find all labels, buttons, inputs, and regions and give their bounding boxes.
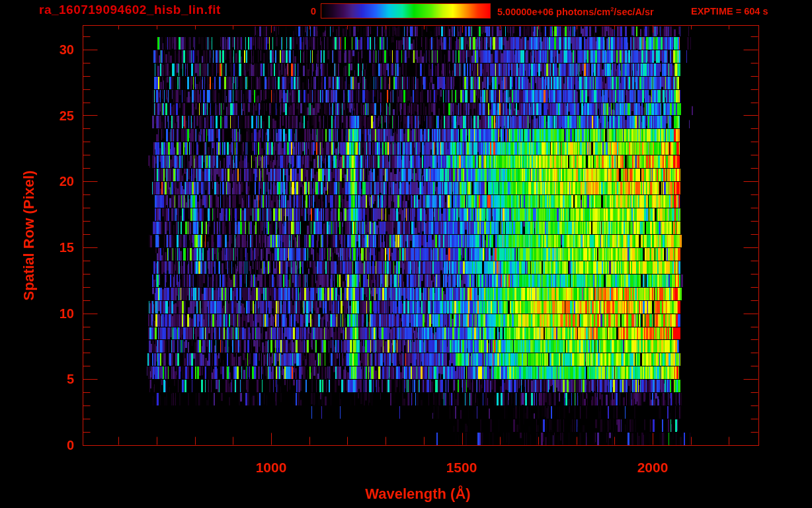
filename-title: ra_160719094602_hisb_lin.fit xyxy=(39,3,221,17)
spectrogram-heatmap xyxy=(0,0,812,508)
colorbar xyxy=(321,3,491,19)
x-tick-label-1500: 1500 xyxy=(428,460,495,475)
x-tick-label-1000: 1000 xyxy=(238,460,304,475)
y-tick-label-5: 5 xyxy=(26,372,74,386)
colorbar-min-label: 0 xyxy=(283,5,316,17)
colorbar-units-suffix: /sec/A/sr xyxy=(614,7,653,17)
exptime-label: EXPTIME = 604 s xyxy=(691,6,768,17)
x-axis-title: Wavelength (Å) xyxy=(339,486,497,503)
spectral-image-viewer: ra_160719094602_hisb_lin.fit 0 5.00000e+… xyxy=(0,0,812,508)
y-tick-label-0: 0 xyxy=(26,439,74,452)
y-axis-title: Spatial Row (Pixel) xyxy=(20,171,38,301)
colorbar-max-value: 5.00000e+06 photons/cm xyxy=(497,7,610,17)
y-tick-label-25: 25 xyxy=(26,109,74,122)
y-tick-label-10: 10 xyxy=(26,307,74,320)
colorbar-max-label: 5.00000e+06 photons/cm2/sec/A/sr xyxy=(497,6,654,17)
x-tick-label-2000: 2000 xyxy=(620,460,686,475)
y-tick-label-30: 30 xyxy=(26,43,74,56)
